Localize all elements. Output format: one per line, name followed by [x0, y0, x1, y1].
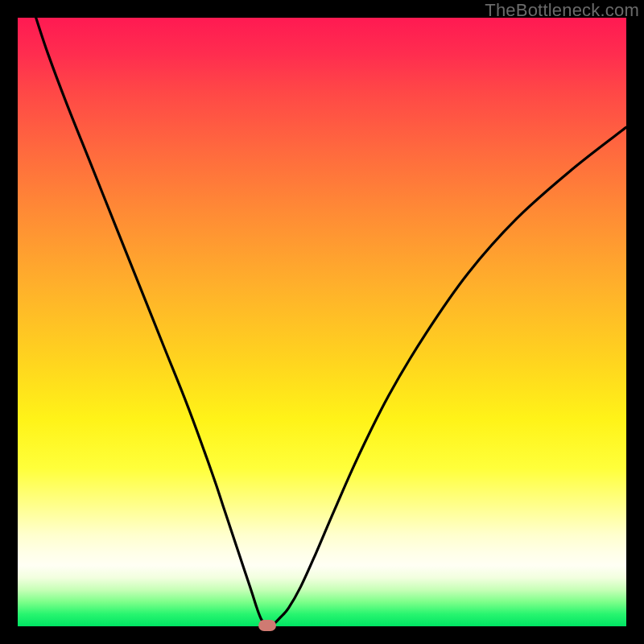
bottleneck-curve — [18, 18, 626, 626]
chart-plot-area — [18, 18, 626, 626]
optimal-point-marker — [258, 620, 276, 631]
watermark-text: TheBottleneck.com — [485, 0, 639, 21]
